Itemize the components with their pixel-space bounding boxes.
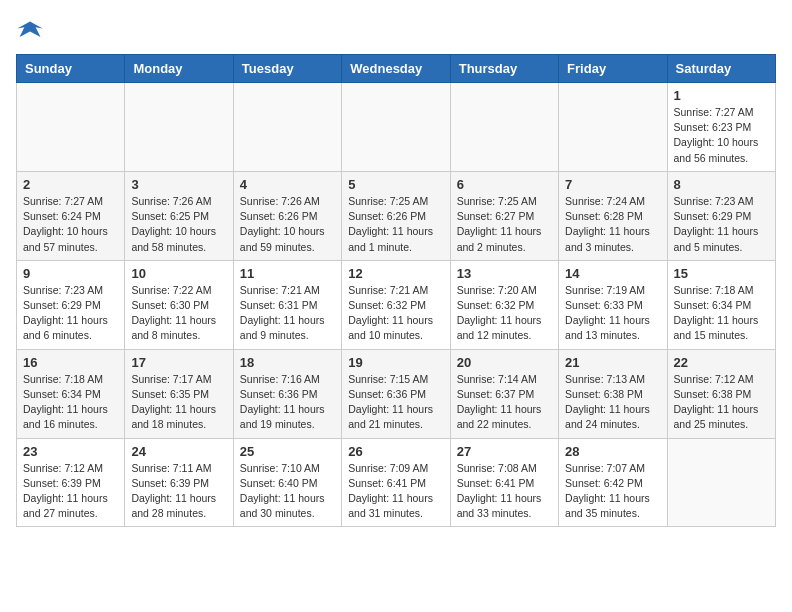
logo-bird-icon [16, 16, 44, 44]
day-number: 11 [240, 266, 335, 281]
calendar-cell [450, 83, 558, 172]
day-info: Sunrise: 7:12 AM Sunset: 6:38 PM Dayligh… [674, 372, 769, 433]
day-info: Sunrise: 7:15 AM Sunset: 6:36 PM Dayligh… [348, 372, 443, 433]
calendar-header-saturday: Saturday [667, 55, 775, 83]
calendar-cell: 4Sunrise: 7:26 AM Sunset: 6:26 PM Daylig… [233, 171, 341, 260]
calendar-cell: 22Sunrise: 7:12 AM Sunset: 6:38 PM Dayli… [667, 349, 775, 438]
day-info: Sunrise: 7:20 AM Sunset: 6:32 PM Dayligh… [457, 283, 552, 344]
day-info: Sunrise: 7:18 AM Sunset: 6:34 PM Dayligh… [23, 372, 118, 433]
day-info: Sunrise: 7:09 AM Sunset: 6:41 PM Dayligh… [348, 461, 443, 522]
calendar-week-1: 1Sunrise: 7:27 AM Sunset: 6:23 PM Daylig… [17, 83, 776, 172]
day-info: Sunrise: 7:21 AM Sunset: 6:32 PM Dayligh… [348, 283, 443, 344]
day-info: Sunrise: 7:24 AM Sunset: 6:28 PM Dayligh… [565, 194, 660, 255]
day-number: 20 [457, 355, 552, 370]
calendar-week-3: 9Sunrise: 7:23 AM Sunset: 6:29 PM Daylig… [17, 260, 776, 349]
day-info: Sunrise: 7:08 AM Sunset: 6:41 PM Dayligh… [457, 461, 552, 522]
calendar-header-friday: Friday [559, 55, 667, 83]
calendar-cell: 28Sunrise: 7:07 AM Sunset: 6:42 PM Dayli… [559, 438, 667, 527]
day-number: 1 [674, 88, 769, 103]
page-header [16, 16, 776, 44]
calendar-header-thursday: Thursday [450, 55, 558, 83]
calendar-header-wednesday: Wednesday [342, 55, 450, 83]
calendar-table: SundayMondayTuesdayWednesdayThursdayFrid… [16, 54, 776, 527]
calendar-cell: 11Sunrise: 7:21 AM Sunset: 6:31 PM Dayli… [233, 260, 341, 349]
day-info: Sunrise: 7:19 AM Sunset: 6:33 PM Dayligh… [565, 283, 660, 344]
day-info: Sunrise: 7:14 AM Sunset: 6:37 PM Dayligh… [457, 372, 552, 433]
calendar-cell: 19Sunrise: 7:15 AM Sunset: 6:36 PM Dayli… [342, 349, 450, 438]
calendar-cell: 9Sunrise: 7:23 AM Sunset: 6:29 PM Daylig… [17, 260, 125, 349]
day-info: Sunrise: 7:12 AM Sunset: 6:39 PM Dayligh… [23, 461, 118, 522]
day-number: 26 [348, 444, 443, 459]
day-number: 15 [674, 266, 769, 281]
day-info: Sunrise: 7:17 AM Sunset: 6:35 PM Dayligh… [131, 372, 226, 433]
calendar-cell [233, 83, 341, 172]
calendar-cell [342, 83, 450, 172]
calendar-cell: 2Sunrise: 7:27 AM Sunset: 6:24 PM Daylig… [17, 171, 125, 260]
day-number: 22 [674, 355, 769, 370]
day-number: 27 [457, 444, 552, 459]
calendar-week-5: 23Sunrise: 7:12 AM Sunset: 6:39 PM Dayli… [17, 438, 776, 527]
day-number: 3 [131, 177, 226, 192]
day-info: Sunrise: 7:25 AM Sunset: 6:27 PM Dayligh… [457, 194, 552, 255]
calendar-cell: 7Sunrise: 7:24 AM Sunset: 6:28 PM Daylig… [559, 171, 667, 260]
calendar-cell: 8Sunrise: 7:23 AM Sunset: 6:29 PM Daylig… [667, 171, 775, 260]
calendar-cell [667, 438, 775, 527]
day-info: Sunrise: 7:16 AM Sunset: 6:36 PM Dayligh… [240, 372, 335, 433]
calendar-cell: 1Sunrise: 7:27 AM Sunset: 6:23 PM Daylig… [667, 83, 775, 172]
day-number: 16 [23, 355, 118, 370]
day-number: 6 [457, 177, 552, 192]
day-info: Sunrise: 7:21 AM Sunset: 6:31 PM Dayligh… [240, 283, 335, 344]
day-info: Sunrise: 7:23 AM Sunset: 6:29 PM Dayligh… [23, 283, 118, 344]
calendar-cell: 18Sunrise: 7:16 AM Sunset: 6:36 PM Dayli… [233, 349, 341, 438]
day-number: 8 [674, 177, 769, 192]
calendar-cell: 6Sunrise: 7:25 AM Sunset: 6:27 PM Daylig… [450, 171, 558, 260]
day-number: 14 [565, 266, 660, 281]
calendar-cell [125, 83, 233, 172]
calendar-header-tuesday: Tuesday [233, 55, 341, 83]
calendar-cell [17, 83, 125, 172]
day-number: 10 [131, 266, 226, 281]
day-number: 23 [23, 444, 118, 459]
calendar-cell: 20Sunrise: 7:14 AM Sunset: 6:37 PM Dayli… [450, 349, 558, 438]
logo [16, 16, 48, 44]
day-number: 21 [565, 355, 660, 370]
day-number: 18 [240, 355, 335, 370]
day-number: 9 [23, 266, 118, 281]
calendar-cell: 14Sunrise: 7:19 AM Sunset: 6:33 PM Dayli… [559, 260, 667, 349]
calendar-cell: 15Sunrise: 7:18 AM Sunset: 6:34 PM Dayli… [667, 260, 775, 349]
calendar-cell: 5Sunrise: 7:25 AM Sunset: 6:26 PM Daylig… [342, 171, 450, 260]
calendar-cell: 23Sunrise: 7:12 AM Sunset: 6:39 PM Dayli… [17, 438, 125, 527]
day-info: Sunrise: 7:25 AM Sunset: 6:26 PM Dayligh… [348, 194, 443, 255]
day-number: 13 [457, 266, 552, 281]
calendar-header-row: SundayMondayTuesdayWednesdayThursdayFrid… [17, 55, 776, 83]
calendar-cell: 26Sunrise: 7:09 AM Sunset: 6:41 PM Dayli… [342, 438, 450, 527]
day-number: 2 [23, 177, 118, 192]
calendar-week-4: 16Sunrise: 7:18 AM Sunset: 6:34 PM Dayli… [17, 349, 776, 438]
calendar-cell: 21Sunrise: 7:13 AM Sunset: 6:38 PM Dayli… [559, 349, 667, 438]
day-number: 24 [131, 444, 226, 459]
svg-marker-0 [17, 22, 42, 37]
calendar-cell: 16Sunrise: 7:18 AM Sunset: 6:34 PM Dayli… [17, 349, 125, 438]
day-info: Sunrise: 7:26 AM Sunset: 6:26 PM Dayligh… [240, 194, 335, 255]
day-info: Sunrise: 7:11 AM Sunset: 6:39 PM Dayligh… [131, 461, 226, 522]
calendar-cell [559, 83, 667, 172]
day-info: Sunrise: 7:23 AM Sunset: 6:29 PM Dayligh… [674, 194, 769, 255]
day-info: Sunrise: 7:07 AM Sunset: 6:42 PM Dayligh… [565, 461, 660, 522]
day-info: Sunrise: 7:27 AM Sunset: 6:23 PM Dayligh… [674, 105, 769, 166]
day-info: Sunrise: 7:13 AM Sunset: 6:38 PM Dayligh… [565, 372, 660, 433]
day-number: 7 [565, 177, 660, 192]
calendar-header-monday: Monday [125, 55, 233, 83]
day-number: 19 [348, 355, 443, 370]
day-info: Sunrise: 7:22 AM Sunset: 6:30 PM Dayligh… [131, 283, 226, 344]
day-number: 17 [131, 355, 226, 370]
day-info: Sunrise: 7:26 AM Sunset: 6:25 PM Dayligh… [131, 194, 226, 255]
day-number: 5 [348, 177, 443, 192]
calendar-cell: 3Sunrise: 7:26 AM Sunset: 6:25 PM Daylig… [125, 171, 233, 260]
day-info: Sunrise: 7:10 AM Sunset: 6:40 PM Dayligh… [240, 461, 335, 522]
day-number: 4 [240, 177, 335, 192]
calendar-week-2: 2Sunrise: 7:27 AM Sunset: 6:24 PM Daylig… [17, 171, 776, 260]
calendar-cell: 24Sunrise: 7:11 AM Sunset: 6:39 PM Dayli… [125, 438, 233, 527]
calendar-cell: 25Sunrise: 7:10 AM Sunset: 6:40 PM Dayli… [233, 438, 341, 527]
day-number: 25 [240, 444, 335, 459]
calendar-cell: 27Sunrise: 7:08 AM Sunset: 6:41 PM Dayli… [450, 438, 558, 527]
